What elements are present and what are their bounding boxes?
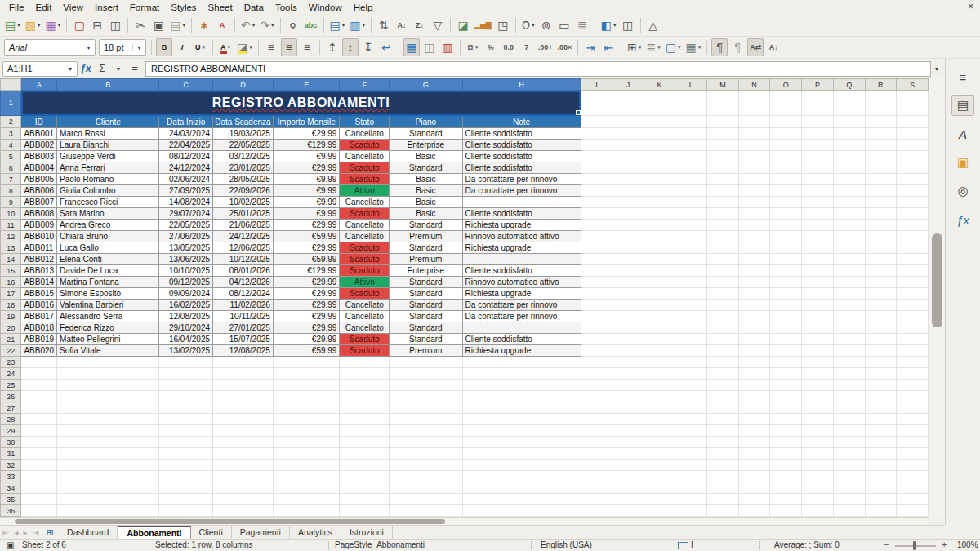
- row-header-14[interactable]: 14: [1, 254, 21, 265]
- row-header-21[interactable]: 21: [1, 334, 21, 345]
- zoom-out-icon[interactable]: −: [884, 540, 889, 549]
- cell[interactable]: [581, 242, 612, 254]
- cell[interactable]: [675, 162, 707, 174]
- cell[interactable]: [802, 140, 834, 151]
- styles-icon[interactable]: A: [951, 123, 974, 144]
- cell[interactable]: [644, 208, 675, 220]
- cell[interactable]: [675, 116, 707, 128]
- cell[interactable]: [21, 448, 57, 460]
- cell[interactable]: [675, 140, 707, 151]
- cell[interactable]: [340, 482, 390, 494]
- cell[interactable]: [770, 368, 802, 380]
- merge-across-icon[interactable]: ◫: [421, 38, 438, 56]
- cell[interactable]: [57, 414, 159, 425]
- add-sheet-button[interactable]: ⊞: [42, 527, 59, 538]
- cell-note[interactable]: Cliente soddisfatto: [462, 140, 581, 151]
- column-icon[interactable]: ▥▾: [348, 16, 367, 34]
- cell[interactable]: [738, 448, 770, 460]
- cell[interactable]: [675, 345, 707, 357]
- cell[interactable]: [865, 220, 897, 231]
- row-header-16[interactable]: 16: [1, 277, 21, 288]
- cell-id[interactable]: ABB005: [21, 174, 57, 185]
- cell[interactable]: [738, 242, 770, 254]
- cell[interactable]: [644, 288, 675, 300]
- cell-piano[interactable]: Standard: [390, 128, 462, 140]
- cell[interactable]: [644, 254, 675, 265]
- row-header-24[interactable]: 24: [1, 368, 21, 380]
- cell[interactable]: [802, 128, 834, 140]
- cell[interactable]: [675, 300, 707, 311]
- cell[interactable]: [707, 380, 739, 391]
- column-header-C[interactable]: C: [159, 79, 213, 91]
- cell[interactable]: [833, 128, 865, 140]
- cell[interactable]: [865, 91, 897, 116]
- cell[interactable]: [21, 402, 57, 414]
- cell[interactable]: [644, 162, 675, 174]
- cell[interactable]: [390, 437, 462, 448]
- cell[interactable]: [581, 220, 612, 231]
- row-header-4[interactable]: 4: [1, 140, 21, 151]
- cell-stato[interactable]: Scaduto: [340, 254, 390, 265]
- column-header-K[interactable]: K: [644, 79, 675, 91]
- cell-importo[interactable]: €29.99: [273, 128, 340, 140]
- header-cell-id[interactable]: ID: [21, 116, 57, 128]
- chevron-down-icon[interactable]: ▾: [271, 22, 274, 29]
- sheet-tab-istruzioni[interactable]: Istruzioni: [341, 526, 393, 540]
- cell[interactable]: [675, 174, 707, 185]
- cell[interactable]: [644, 357, 675, 368]
- cell[interactable]: [581, 482, 612, 494]
- cell[interactable]: [57, 494, 159, 505]
- cell-stato[interactable]: Scaduto: [340, 345, 390, 357]
- language-status[interactable]: English (USA): [541, 540, 592, 549]
- cell-importo[interactable]: €9.99: [273, 151, 340, 162]
- cell[interactable]: [770, 311, 802, 322]
- cell[interactable]: [340, 391, 390, 402]
- cell[interactable]: [675, 391, 707, 402]
- cell[interactable]: [462, 460, 581, 471]
- cell-note[interactable]: Richiesta upgrade: [462, 288, 581, 300]
- cell[interactable]: [833, 277, 865, 288]
- cell[interactable]: [802, 220, 834, 231]
- cell[interactable]: [390, 482, 462, 494]
- row-header-30[interactable]: 30: [1, 437, 21, 448]
- cell-stato[interactable]: Scaduto: [340, 174, 390, 185]
- sum-icon[interactable]: Σ: [94, 63, 110, 74]
- column-header-B[interactable]: B: [57, 79, 159, 91]
- cell[interactable]: [770, 471, 802, 482]
- cell[interactable]: [675, 402, 707, 414]
- cell[interactable]: [802, 357, 834, 368]
- menu-format[interactable]: Format: [124, 2, 165, 13]
- clear-formatting-icon[interactable]: A: [214, 16, 230, 34]
- cell[interactable]: [273, 402, 340, 414]
- cell[interactable]: [273, 494, 340, 505]
- cell[interactable]: [612, 288, 644, 300]
- cell[interactable]: [865, 505, 897, 517]
- row-header-18[interactable]: 18: [1, 300, 21, 311]
- cell[interactable]: [802, 334, 834, 345]
- cell[interactable]: [833, 505, 865, 517]
- cell-note[interactable]: Rinnovo automatico attivo: [462, 277, 581, 288]
- cell-piano[interactable]: Standard: [390, 242, 462, 254]
- cell[interactable]: [390, 391, 462, 402]
- cell[interactable]: [340, 448, 390, 460]
- row-header-20[interactable]: 20: [1, 322, 21, 334]
- cell[interactable]: [770, 402, 802, 414]
- cell[interactable]: [738, 277, 770, 288]
- cell[interactable]: [770, 174, 802, 185]
- column-header-D[interactable]: D: [213, 79, 274, 91]
- cell[interactable]: [159, 460, 213, 471]
- cell-data_inizio[interactable]: 08/12/2024: [159, 151, 213, 162]
- cell[interactable]: [213, 368, 274, 380]
- cell[interactable]: [833, 402, 865, 414]
- cell[interactable]: [675, 357, 707, 368]
- cell-importo[interactable]: €29.99: [273, 242, 340, 254]
- menu-styles[interactable]: Styles: [165, 2, 202, 13]
- cell[interactable]: [707, 288, 739, 300]
- cell[interactable]: [802, 197, 834, 208]
- cell[interactable]: [612, 357, 644, 368]
- cell[interactable]: [213, 425, 274, 437]
- menu-view[interactable]: View: [57, 2, 89, 13]
- center-vertically-icon[interactable]: ↕: [342, 38, 359, 56]
- unmerge-cells-icon[interactable]: ▥: [439, 38, 456, 56]
- wrap-text-icon[interactable]: ↩: [378, 38, 394, 56]
